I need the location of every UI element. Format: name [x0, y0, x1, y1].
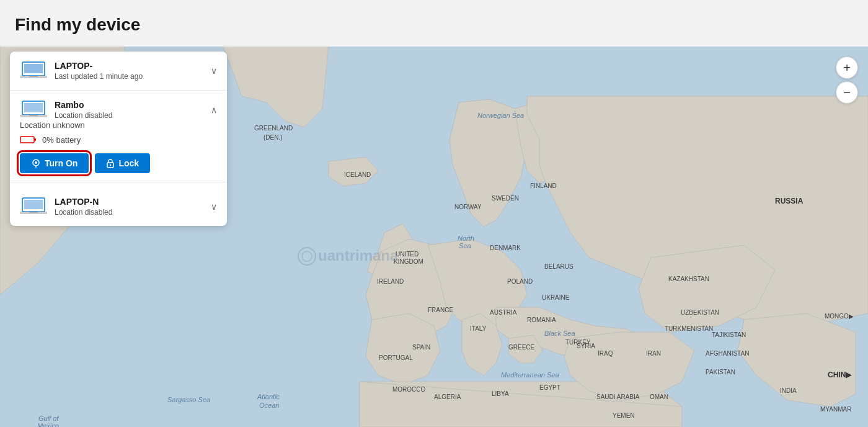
svg-rect-13 — [34, 138, 36, 141]
map-label-denmark: DENMARK — [490, 245, 521, 251]
map-label-uzbekistan: UZBEKISTAN — [681, 309, 719, 316]
map-label-china: CHIN▶ — [828, 371, 852, 379]
map-label-norwegian-sea: Norwegian Sea — [477, 112, 524, 119]
map-label-belarus: BELARUS — [544, 263, 574, 270]
lock-button[interactable]: Lock — [95, 153, 150, 173]
laptop2-chevron: ∨ — [211, 202, 217, 212]
map-label-syria: SYRIA — [577, 343, 595, 349]
rambo-icon — [20, 99, 47, 120]
turn-on-button[interactable]: Turn On — [20, 153, 89, 173]
map-label-romania: ROMANIA — [527, 317, 556, 323]
map-label-iraq: IRAQ — [598, 350, 613, 357]
battery-row: 0% battery — [20, 135, 217, 145]
map-label-gulf-mexico1: Gulf of — [38, 415, 59, 422]
rambo-info: Rambo Location disabled — [55, 100, 203, 120]
map-label-finland: FINLAND — [530, 182, 557, 189]
page-title: Find my device — [15, 15, 140, 35]
map-label-north-sea2: Sea — [459, 242, 471, 249]
map-label-oman: OMAN — [650, 393, 668, 400]
map-label-spain: SPAIN — [412, 344, 430, 351]
map-label-ireland: IRELAND — [377, 278, 404, 285]
action-buttons: Turn On Lock — [20, 153, 217, 173]
map-label-iceland: ICELAND — [344, 171, 371, 178]
laptop1-name: LAPTOP- — [55, 61, 203, 71]
map-label-libya: LIBYA — [492, 390, 509, 397]
map-label-france: FRANCE — [428, 307, 453, 313]
map-label-greenland-den: (DEN.) — [264, 134, 283, 141]
rambo-location-unknown: Location unknown — [20, 120, 217, 130]
rambo-name: Rambo — [55, 100, 203, 110]
laptop2-icon — [20, 196, 47, 217]
page-header: Find my device — [0, 0, 868, 47]
svg-rect-11 — [29, 115, 38, 116]
lock-label: Lock — [118, 158, 139, 168]
map-label-afghanistan: AFGHANISTAN — [706, 350, 749, 357]
device-panel: LAPTOP- Last updated 1 minute ago ∨ Ramb… — [10, 52, 227, 226]
svg-point-15 — [35, 161, 37, 164]
laptop1-status: Last updated 1 minute ago — [55, 72, 203, 81]
zoom-out-button[interactable]: − — [836, 81, 858, 104]
svg-point-18 — [110, 164, 111, 166]
map-label-norway: NORWAY — [454, 204, 482, 210]
map-label-greece: GREECE — [508, 344, 535, 351]
map-label-pakistan: PAKISTAN — [706, 369, 735, 375]
svg-rect-9 — [24, 103, 43, 112]
laptop2-name: LAPTOP-N — [55, 197, 203, 207]
map-label-morocco: MOROCCO — [392, 386, 426, 393]
map-label-poland: POLAND — [507, 278, 533, 285]
device-item-laptop1[interactable]: LAPTOP- Last updated 1 minute ago ∨ — [10, 52, 227, 91]
zoom-controls: + − — [836, 56, 858, 104]
map-label-iran: IRAN — [646, 350, 661, 357]
rambo-status: Location disabled — [55, 111, 203, 120]
map-label-uk1: UNITED — [396, 251, 418, 258]
map-label-kazakhstan: KAZAKHSTAN — [668, 276, 709, 282]
svg-rect-22 — [29, 212, 38, 213]
map-label-tajikistan: TAJIKISTAN — [712, 331, 746, 338]
svg-rect-5 — [24, 64, 43, 73]
laptop2-status: Location disabled — [55, 208, 203, 217]
battery-icon — [20, 135, 37, 145]
map-label-atlantic1: Atlantic — [257, 393, 280, 400]
lock-icon — [106, 158, 115, 168]
location-icon — [31, 158, 41, 168]
laptop1-chevron: ∨ — [211, 66, 217, 76]
map-label-saudi: SAUDI ARABIA — [596, 393, 640, 400]
svg-rect-12 — [20, 137, 34, 143]
map-label-med-sea: Mediterranean Sea — [501, 371, 559, 379]
map-label-yemen: YEMEN — [613, 412, 635, 419]
map-label-black-sea: Black Sea — [544, 330, 575, 337]
device-item-laptop2[interactable]: LAPTOP-N Location disabled ∨ — [10, 187, 227, 226]
rambo-expanded-content: Location unknown 0% battery Tur — [10, 120, 227, 182]
battery-text: 0% battery — [42, 135, 81, 145]
map-label-mongolia: MONGO▶ — [825, 313, 854, 320]
map-label-atlantic2: Ocean — [259, 402, 279, 409]
laptop2-info: LAPTOP-N Location disabled — [55, 197, 203, 217]
map-label-ukraine: UKRAINE — [542, 294, 570, 301]
map-label-egypt: EGYPT — [539, 384, 560, 391]
map-label-russia: RUSSIA — [775, 197, 804, 205]
map-label-sweden: SWEDEN — [492, 195, 519, 202]
map-label-italy: ITALY — [470, 325, 487, 332]
rambo-chevron: ∧ — [211, 105, 217, 115]
map-label-portugal: PORTUGAL — [379, 354, 413, 361]
map-label-india: INDIA — [780, 387, 797, 394]
map-label-greenland: GREENLAND — [254, 125, 293, 132]
turn-on-label: Turn On — [45, 158, 78, 168]
map-label-turkmenistan: TURKMENISTAN — [665, 325, 713, 332]
svg-rect-7 — [29, 76, 38, 77]
map-label-north-sea1: North — [458, 235, 474, 242]
zoom-in-button[interactable]: + — [836, 56, 858, 79]
map-watermark: uantrimana — [318, 247, 399, 264]
laptop1-info: LAPTOP- Last updated 1 minute ago — [55, 61, 203, 81]
laptop1-icon — [20, 60, 47, 81]
map-label-algeria: ALGERIA — [434, 393, 461, 400]
device-item-rambo[interactable]: Rambo Location disabled ∧ — [10, 91, 227, 120]
map-label-austria: AUSTRIA — [490, 309, 517, 316]
map-label-myanmar: MYANMAR — [820, 406, 851, 413]
map-label-gulf-mexico2: Mexico — [37, 422, 59, 427]
svg-rect-20 — [24, 200, 43, 209]
content-area: Norwegian Sea GREENLAND (DEN.) ICELAND S… — [0, 47, 868, 427]
map-label-sargasso: Sargasso Sea — [167, 396, 210, 403]
